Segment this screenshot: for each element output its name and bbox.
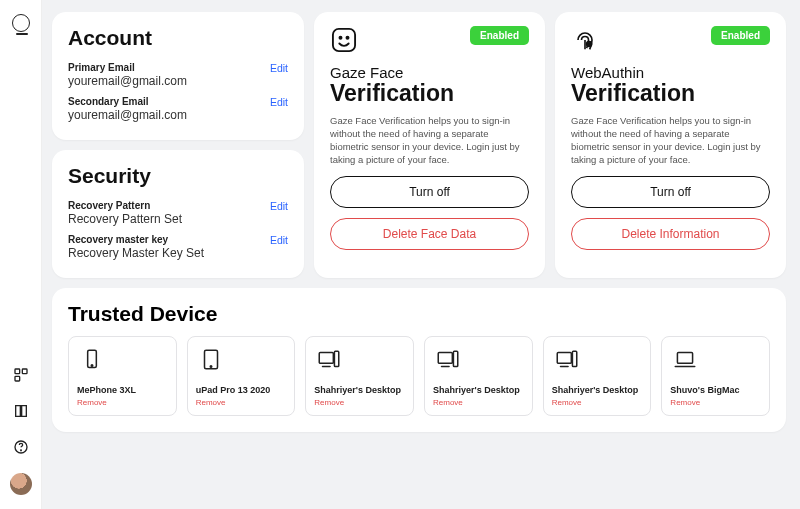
recovery-master-row: Recovery master key Recovery Master Key …	[68, 230, 288, 264]
device-card: Shahriyer's DesktopRemove	[543, 336, 652, 416]
face-icon	[330, 26, 358, 54]
gaze-title-big: Verification	[330, 81, 529, 105]
status-badge: Enabled	[711, 26, 770, 45]
book-icon[interactable]	[13, 403, 29, 419]
svg-point-7	[346, 37, 348, 39]
remove-device-button[interactable]: Remove	[433, 398, 463, 407]
webauthn-description: Gaze Face Verification helps you to sign…	[571, 115, 770, 166]
avatar[interactable]	[10, 473, 32, 495]
desktop-icon	[552, 347, 582, 377]
svg-rect-18	[557, 352, 571, 363]
gaze-verification-card: Enabled Gaze Face Verification Gaze Face…	[314, 12, 545, 278]
primary-email-row: Primary Email youremail@gmail.com Edit	[68, 58, 288, 92]
recovery-pattern-value: Recovery Pattern Set	[68, 212, 182, 226]
fingerprint-icon	[571, 26, 599, 54]
edit-recovery-pattern-button[interactable]: Edit	[270, 200, 288, 212]
svg-point-6	[339, 37, 341, 39]
device-name: MePhone 3XL	[77, 385, 168, 395]
sidebar	[0, 0, 42, 509]
account-card: Account Primary Email youremail@gmail.co…	[52, 12, 304, 140]
webauthn-title-small: WebAuthin	[571, 64, 770, 81]
laptop-icon	[670, 347, 700, 377]
gaze-turn-off-button[interactable]: Turn off	[330, 176, 529, 208]
tablet-icon	[196, 347, 226, 377]
recovery-pattern-label: Recovery Pattern	[68, 200, 182, 211]
device-name: Shahriyer's Desktop	[552, 385, 643, 395]
svg-rect-0	[15, 369, 20, 374]
webauthn-delete-button[interactable]: Delete Information	[571, 218, 770, 250]
svg-rect-2	[15, 376, 20, 381]
svg-rect-9	[588, 43, 591, 45]
trusted-title: Trusted Device	[68, 302, 770, 326]
svg-point-13	[210, 366, 212, 368]
widget-icon[interactable]	[13, 367, 29, 383]
svg-rect-15	[335, 351, 339, 366]
device-card: Shahriyer's DesktopRemove	[305, 336, 414, 416]
gaze-description: Gaze Face Verification helps you to sign…	[330, 115, 529, 166]
main-content: Account Primary Email youremail@gmail.co…	[42, 0, 800, 509]
gaze-title-small: Gaze Face	[330, 64, 529, 81]
remove-device-button[interactable]: Remove	[196, 398, 226, 407]
svg-rect-14	[320, 352, 334, 363]
security-title: Security	[68, 164, 288, 188]
edit-secondary-email-button[interactable]: Edit	[270, 96, 288, 108]
device-card: MePhone 3XLRemove	[68, 336, 177, 416]
device-name: Shuvo's BigMac	[670, 385, 761, 395]
svg-rect-1	[22, 369, 27, 374]
svg-rect-16	[438, 352, 452, 363]
device-card: Shuvo's BigMacRemove	[661, 336, 770, 416]
secondary-email-label: Secondary Email	[68, 96, 187, 107]
secondary-email-value: youremail@gmail.com	[68, 108, 187, 122]
status-badge: Enabled	[470, 26, 529, 45]
recovery-pattern-row: Recovery Pattern Recovery Pattern Set Ed…	[68, 196, 288, 230]
recovery-master-value: Recovery Master Key Set	[68, 246, 204, 260]
remove-device-button[interactable]: Remove	[552, 398, 582, 407]
desktop-icon	[433, 347, 463, 377]
secondary-email-row: Secondary Email youremail@gmail.com Edit	[68, 92, 288, 126]
device-name: Shahriyer's Desktop	[433, 385, 524, 395]
remove-device-button[interactable]: Remove	[77, 398, 107, 407]
edit-primary-email-button[interactable]: Edit	[270, 62, 288, 74]
svg-point-11	[91, 365, 93, 367]
recovery-master-label: Recovery master key	[68, 234, 204, 245]
webauthn-turn-off-button[interactable]: Turn off	[571, 176, 770, 208]
device-card: uPad Pro 13 2020Remove	[187, 336, 296, 416]
device-card: Shahriyer's DesktopRemove	[424, 336, 533, 416]
remove-device-button[interactable]: Remove	[314, 398, 344, 407]
svg-rect-19	[572, 351, 576, 366]
primary-email-label: Primary Email	[68, 62, 187, 73]
device-name: Shahriyer's Desktop	[314, 385, 405, 395]
help-icon[interactable]	[13, 439, 29, 455]
security-card: Security Recovery Pattern Recovery Patte…	[52, 150, 304, 278]
svg-rect-17	[453, 351, 457, 366]
svg-point-4	[20, 450, 21, 451]
logo-icon	[12, 14, 30, 32]
svg-rect-5	[333, 29, 355, 51]
edit-recovery-master-button[interactable]: Edit	[270, 234, 288, 246]
webauthn-verification-card: Enabled WebAuthin Verification Gaze Face…	[555, 12, 786, 278]
webauthn-title-big: Verification	[571, 81, 770, 105]
remove-device-button[interactable]: Remove	[670, 398, 700, 407]
gaze-delete-button[interactable]: Delete Face Data	[330, 218, 529, 250]
phone-icon	[77, 347, 107, 377]
desktop-icon	[314, 347, 344, 377]
primary-email-value: youremail@gmail.com	[68, 74, 187, 88]
device-name: uPad Pro 13 2020	[196, 385, 287, 395]
trusted-devices-card: Trusted Device MePhone 3XLRemoveuPad Pro…	[52, 288, 786, 432]
svg-rect-20	[678, 352, 693, 363]
account-title: Account	[68, 26, 288, 50]
